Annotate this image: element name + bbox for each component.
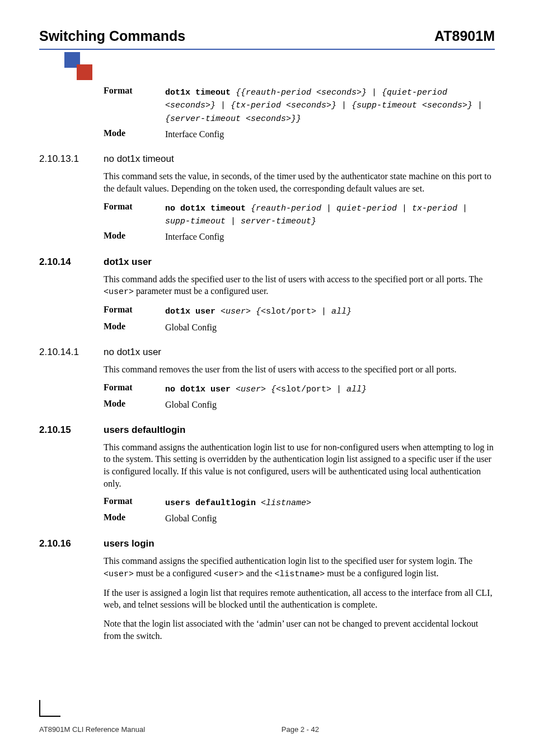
mode-value: Interface Config (165, 128, 495, 141)
text-run: parameter must be a configured user. (134, 286, 268, 296)
body-paragraph: This command sets the value, in seconds,… (104, 170, 495, 194)
mode-label: Mode (104, 128, 165, 141)
body-paragraph: This command removes the user from the l… (104, 363, 495, 376)
command-args: <user> { (221, 307, 261, 316)
format-value: no dot1x timeout {reauth-period | quiet-… (165, 202, 495, 228)
mode-label: Mode (104, 399, 165, 411)
section-heading: 2.10.13.1 no dot1x timeout (104, 153, 495, 165)
mode-row: Mode Interface Config (104, 128, 495, 141)
section-title: no dot1x timeout (104, 153, 174, 165)
format-value: dot1x user <user> {<slot/port> | all} (165, 305, 495, 318)
command-args: <listname> (261, 498, 311, 508)
body-paragraph: This command assigns the specified authe… (104, 555, 495, 580)
text-run: must be a configured login list. (325, 568, 438, 578)
command-plain: <slot/port> (276, 385, 331, 394)
body-paragraph: Note that the login list associated with… (104, 618, 495, 642)
mode-row: Mode Global Config (104, 321, 495, 334)
inline-code: <listname> (274, 570, 325, 579)
section-title: dot1x user (104, 256, 152, 268)
command-args: <user> { (236, 385, 276, 394)
inline-code: <user> (214, 570, 244, 579)
mode-value: Interface Config (165, 231, 495, 243)
section-heading: 2.10.16 users login (104, 538, 495, 549)
body-paragraph: If the user is assigned a login list tha… (104, 587, 495, 611)
section-heading: 2.10.15 users defaultlogin (104, 424, 495, 436)
format-label: Format (104, 305, 165, 318)
text-run: This command assigns the specified authe… (104, 556, 472, 566)
mode-label: Mode (104, 321, 165, 334)
format-row: Format no dot1x user <user> {<slot/port>… (104, 382, 495, 395)
format-value: no dot1x user <user> {<slot/port> | all} (165, 382, 495, 395)
section-number: 2.10.14.1 (39, 347, 104, 358)
command-plain: <slot/port> (261, 307, 316, 316)
text-run: must be a configured (134, 568, 214, 578)
command-name: dot1x user (165, 307, 221, 316)
section-heading: 2.10.14.1 no dot1x user (104, 347, 495, 358)
section-number: 2.10.15 (39, 424, 104, 436)
format-row: Format users defaultlogin <listname> (104, 496, 495, 509)
mode-label: Mode (104, 231, 165, 243)
command-name: no dot1x user (165, 385, 236, 394)
header-left: Switching Commands (39, 28, 185, 44)
text-run: This command adds the specified user to … (104, 274, 483, 284)
command-name: no dot1x timeout (165, 204, 251, 213)
footer-left: AT8901M CLI Reference Manual (39, 725, 145, 734)
body-paragraph: This command assigns the authentication … (104, 441, 495, 489)
format-row: Format dot1x timeout {{reauth-period <se… (104, 86, 495, 125)
mode-label: Mode (104, 512, 165, 525)
mode-value: Global Config (165, 399, 495, 411)
page-footer: AT8901M CLI Reference Manual Page 2 - 42 (39, 725, 319, 734)
section-number: 2.10.16 (39, 538, 104, 549)
section-number: 2.10.13.1 (39, 153, 104, 165)
page-header: Switching Commands AT8901M (39, 28, 495, 44)
section-title: no dot1x user (104, 347, 161, 358)
format-label: Format (104, 202, 165, 228)
inline-code: <user> (104, 570, 134, 579)
body-paragraph: This command adds the specified user to … (104, 273, 495, 298)
command-args: | all} (331, 385, 367, 394)
format-label: Format (104, 86, 165, 125)
format-label: Format (104, 496, 165, 509)
command-args: | all} (316, 307, 352, 316)
format-value: users defaultlogin <listname> (165, 496, 495, 509)
mode-value: Global Config (165, 512, 495, 525)
section-title: users login (104, 538, 154, 549)
mode-row: Mode Global Config (104, 399, 495, 411)
section-number: 2.10.14 (39, 256, 104, 268)
header-right: AT8901M (434, 28, 495, 44)
section-title: users defaultlogin (104, 424, 185, 436)
text-run: and the (244, 568, 275, 578)
command-name: users defaultlogin (165, 498, 261, 508)
inline-code: <user> (104, 287, 134, 297)
section-heading: 2.10.14 dot1x user (104, 256, 495, 268)
format-value: dot1x timeout {{reauth-period <seconds>}… (165, 86, 495, 125)
command-name: dot1x timeout (165, 88, 236, 97)
format-row: Format no dot1x timeout {reauth-period |… (104, 202, 495, 228)
mode-row: Mode Interface Config (104, 231, 495, 243)
logo-icon (64, 52, 91, 76)
mode-row: Mode Global Config (104, 512, 495, 525)
header-rule (39, 49, 495, 50)
page-content: Format dot1x timeout {{reauth-period <se… (104, 86, 495, 642)
format-label: Format (104, 382, 165, 395)
crop-mark-icon (39, 700, 60, 717)
format-row: Format dot1x user <user> {<slot/port> | … (104, 305, 495, 318)
mode-value: Global Config (165, 321, 495, 334)
footer-page: Page 2 - 42 (282, 725, 319, 734)
